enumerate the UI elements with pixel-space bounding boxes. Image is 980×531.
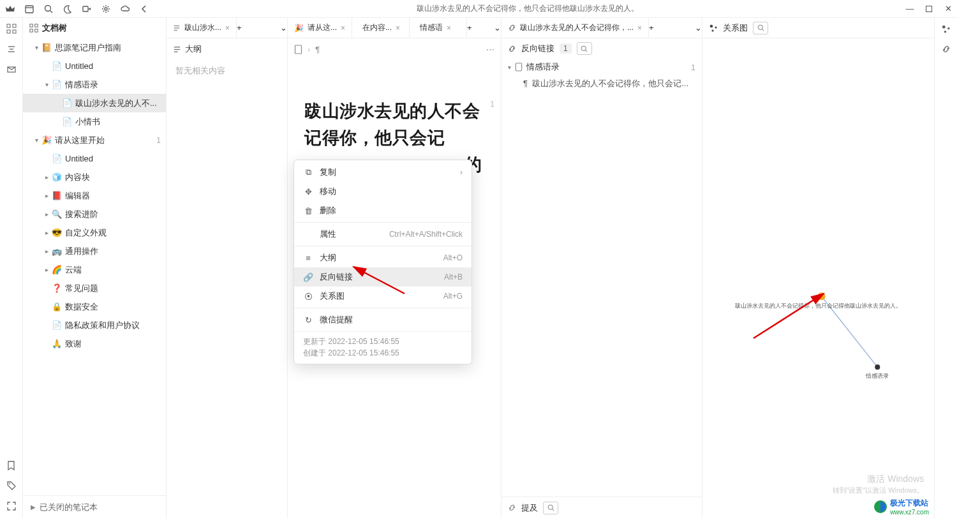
expand-icon[interactable]	[6, 500, 17, 512]
outline-tab[interactable]: 跋山涉水... ×	[167, 18, 237, 38]
graph-icon[interactable]	[940, 23, 952, 34]
link-icon[interactable]	[940, 43, 952, 55]
doctree-icon[interactable]	[6, 23, 17, 34]
graph-canvas[interactable]: 跋山涉水去见的人不会记得你，他只会记得他跋山涉水去见的人。 情感语录 激活 Wi…	[702, 38, 934, 518]
svg-point-35	[758, 25, 762, 29]
add-tab-button[interactable]: +	[649, 23, 654, 33]
video-icon[interactable]	[82, 4, 92, 14]
svg-rect-9	[7, 30, 10, 33]
backlink-tab[interactable]: 跋山涉水去见的人不会记得你，... ×	[501, 18, 649, 38]
menu-item[interactable]: ↻微信提醒	[294, 310, 471, 329]
menu-item[interactable]: 🔗反向链接Alt+B	[294, 267, 471, 287]
svg-rect-8	[13, 24, 16, 27]
tree-item[interactable]: ▾📄情感语录	[23, 75, 166, 94]
cloud-icon[interactable]	[120, 4, 130, 14]
add-tab-button[interactable]: +	[237, 23, 242, 33]
close-icon[interactable]: ×	[225, 24, 230, 33]
svg-line-3	[50, 10, 53, 13]
menu-item[interactable]: 🗑删除	[294, 201, 471, 220]
align-icon[interactable]	[6, 43, 17, 55]
menu-item[interactable]: ⧉复制›	[294, 163, 471, 182]
maximize-button[interactable]	[925, 5, 933, 13]
tree-item[interactable]: ▸😎自定义外观	[23, 223, 166, 242]
svg-rect-19	[35, 29, 38, 32]
svg-rect-29	[516, 63, 521, 71]
menu-item[interactable]: ✥移动	[294, 182, 471, 201]
svg-point-30	[548, 505, 553, 509]
outline-header: 大纲	[167, 38, 287, 60]
backlink-search[interactable]	[577, 42, 592, 55]
svg-rect-0	[26, 6, 33, 13]
tab-menu-button[interactable]: ⌄	[280, 23, 287, 33]
editor-tab[interactable]: 🎉请从这...×	[288, 18, 352, 38]
close-icon[interactable]: ×	[637, 24, 642, 33]
tree-item[interactable]: ▾📔思源笔记用户指南	[23, 38, 166, 57]
tab-menu-button[interactable]: ⌄	[695, 23, 702, 33]
site-logo: 极光下载站www.xz7.com	[873, 498, 929, 516]
svg-point-44	[942, 25, 946, 28]
graph-header: 关系图	[702, 18, 934, 38]
tree-item[interactable]: ▾🎉请从这里开始1	[23, 131, 166, 149]
menu-item[interactable]: ⦿关系图Alt+G	[294, 287, 471, 306]
menu-item[interactable]: 属性Ctrl+Alt+A/Shift+Click	[294, 225, 471, 244]
bookmark-icon[interactable]	[6, 460, 17, 471]
tree-item[interactable]: 📄跋山涉水去见的人不...	[23, 94, 166, 112]
gear-icon[interactable]	[101, 4, 111, 14]
tree-item[interactable]: 📄小情书	[23, 112, 166, 131]
graph-search[interactable]	[753, 22, 768, 34]
tree-item[interactable]: 🙏致谢	[23, 334, 166, 353]
tree-item[interactable]: ▸🌈云端	[23, 260, 166, 279]
backlink-entry[interactable]: ▾ 情感语录 1	[501, 59, 702, 75]
close-button[interactable]: ✕	[944, 5, 952, 13]
tree-item[interactable]: ▸🔍搜索进阶	[23, 205, 166, 223]
tree-item[interactable]: ▸🚌通用操作	[23, 242, 166, 260]
backlink-panel: 跋山涉水去见的人不会记得你，... × + ⌄ 反向链接 1 ▾ 情感语录 1 …	[501, 18, 702, 518]
titlebar: 跋山涉水去见的人不会记得你，他只会记得他跋山涉水去见的人。 — ✕	[0, 0, 957, 18]
svg-point-34	[711, 29, 713, 31]
backlink-count-badge: 1	[560, 43, 572, 54]
outline-panel: 跋山涉水... × + ⌄ 大纲 暂无相关内容	[167, 18, 288, 518]
tree-item[interactable]: 📄Untitled	[23, 57, 166, 75]
tree-item[interactable]: ▸🧊内容块	[23, 168, 166, 186]
close-icon[interactable]: ×	[341, 24, 345, 33]
close-icon[interactable]: ×	[447, 24, 451, 33]
svg-point-38	[817, 292, 825, 300]
closed-notebooks[interactable]: ▶ 已关闭的笔记本	[23, 495, 166, 518]
menu-item[interactable]: ≡大纲Alt+O	[294, 248, 471, 267]
svg-rect-26	[295, 45, 302, 54]
tree-item[interactable]: ❓常见问题	[23, 279, 166, 297]
svg-rect-4	[83, 6, 88, 11]
menu-footer: 更新于 2022-12-05 15:46:55创建于 2022-12-05 15…	[294, 331, 471, 361]
tree-item[interactable]: 🔒数据安全	[23, 297, 166, 316]
mention-footer: 提及	[501, 497, 702, 518]
close-icon[interactable]: ×	[396, 24, 400, 33]
window-title: 跋山涉水去见的人不会记得你，他只会记得他跋山涉水去见的人。	[149, 3, 906, 14]
tree-item[interactable]: ▸📕编辑器	[23, 186, 166, 205]
tag-icon[interactable]	[6, 480, 17, 491]
mail-icon[interactable]	[6, 64, 17, 75]
right-rail	[934, 18, 957, 518]
svg-line-31	[552, 509, 554, 511]
doc-tree: ▾📔思源笔记用户指南📄Untitled▾📄情感语录📄跋山涉水去见的人不...📄小…	[23, 38, 166, 495]
more-icon[interactable]: ⋯	[486, 45, 494, 54]
tree-item[interactable]: 📄隐私政策和用户协议	[23, 316, 166, 334]
mention-search[interactable]	[543, 502, 558, 514]
svg-text:跋山涉水去见的人不会记得你，他只会记得他跋山涉水去见的人。: 跋山涉水去见的人不会记得你，他只会记得他跋山涉水去见的人。	[735, 303, 902, 309]
search-icon[interactable]	[43, 4, 54, 14]
svg-point-46	[944, 31, 946, 33]
tab-menu-button[interactable]: ⌄	[494, 23, 501, 33]
editor-tab[interactable]: 在内容...×	[352, 18, 410, 38]
svg-rect-10	[13, 30, 16, 33]
pilcrow-icon: ¶	[315, 45, 320, 54]
backlink-sub[interactable]: ¶ 跋山涉水去见的人不会记得你，他只会记...	[501, 75, 702, 92]
calendar-icon[interactable]	[24, 4, 34, 14]
moon-icon[interactable]	[63, 4, 73, 14]
add-tab-button[interactable]: +	[467, 23, 472, 33]
back-icon[interactable]	[139, 4, 149, 14]
crown-icon[interactable]	[5, 4, 15, 14]
svg-rect-17	[35, 24, 38, 27]
tree-item[interactable]: 📄Untitled	[23, 149, 166, 168]
minimize-button[interactable]: —	[906, 5, 914, 13]
doc-title[interactable]: 跋山涉水去见的人不会记得你，他只会记	[304, 98, 484, 152]
editor-tab[interactable]: 情感语×	[410, 18, 467, 38]
